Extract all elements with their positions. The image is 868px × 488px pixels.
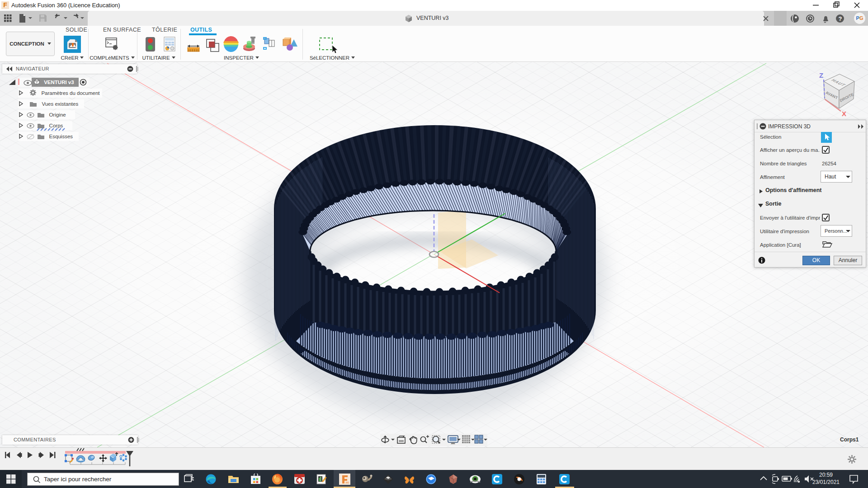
- svg-text:Z: Z: [819, 71, 823, 79]
- svg-text:360: 360: [345, 481, 349, 484]
- svg-text:X: X: [842, 110, 846, 117]
